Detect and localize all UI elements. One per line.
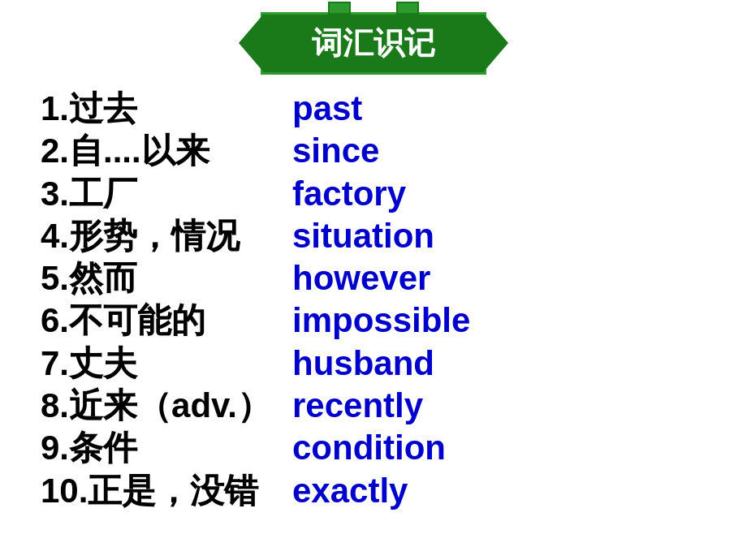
english-text-5: however	[292, 259, 430, 298]
vocab-item-2: 2.自....以来since	[41, 131, 706, 170]
chinese-text-4: 4.形势，情况	[41, 217, 292, 256]
english-text-7: husband	[292, 344, 434, 383]
chinese-text-8: 8.近来（adv.）	[41, 386, 292, 425]
chinese-text-5: 5.然而	[41, 259, 292, 298]
vocab-item-6: 6.不可能的impossible	[41, 301, 706, 340]
english-text-10: exactly	[292, 472, 408, 510]
vocab-item-3: 3.工厂factory	[41, 174, 706, 213]
banner-tab-left	[328, 2, 351, 15]
chinese-text-3: 3.工厂	[41, 174, 292, 213]
chinese-text-2: 2.自....以来	[41, 131, 292, 170]
banner-tab-right	[396, 2, 419, 15]
english-text-1: past	[292, 89, 362, 128]
chinese-text-7: 7.丈夫	[41, 344, 292, 383]
banner: 词汇识记	[261, 12, 486, 75]
vocab-item-5: 5.然而however	[41, 259, 706, 298]
vocab-item-8: 8.近来（adv.）recently	[41, 386, 706, 425]
banner-title: 词汇识记	[312, 26, 435, 60]
english-text-6: impossible	[292, 301, 470, 340]
english-text-2: since	[292, 131, 379, 170]
vocab-item-9: 9.条件condition	[41, 429, 706, 467]
vocab-list: 1.过去past2.自....以来since3.工厂factory4.形势，情况…	[16, 89, 731, 510]
english-text-8: recently	[292, 386, 423, 425]
chinese-text-1: 1.过去	[41, 89, 292, 128]
vocab-item-4: 4.形势，情况situation	[41, 217, 706, 256]
english-text-3: factory	[292, 174, 406, 213]
vocab-item-10: 10.正是，没错exactly	[41, 472, 706, 510]
english-text-4: situation	[292, 217, 434, 256]
vocab-item-7: 7.丈夫husband	[41, 344, 706, 383]
page-container: 词汇识记 1.过去past2.自....以来since3.工厂factory4.…	[0, 0, 747, 560]
banner-container: 词汇识记	[16, 12, 731, 75]
chinese-text-6: 6.不可能的	[41, 301, 292, 340]
english-text-9: condition	[292, 429, 446, 467]
chinese-text-10: 10.正是，没错	[41, 472, 292, 510]
chinese-text-9: 9.条件	[41, 429, 292, 467]
vocab-item-1: 1.过去past	[41, 89, 706, 128]
